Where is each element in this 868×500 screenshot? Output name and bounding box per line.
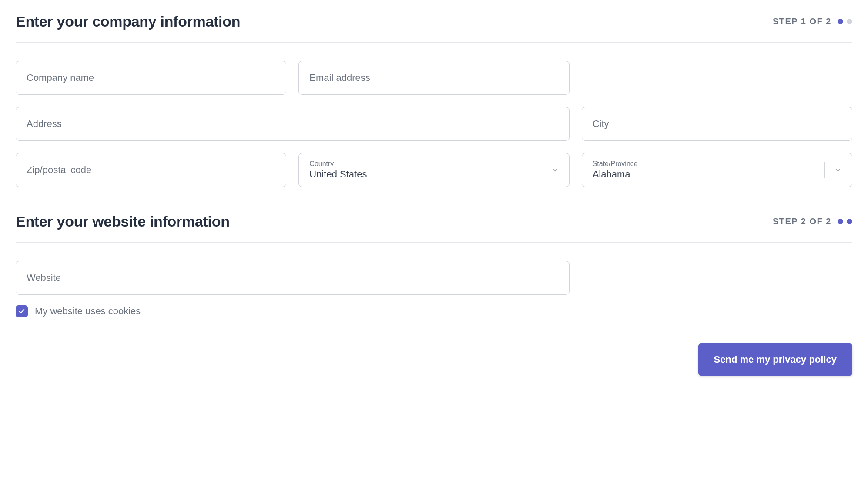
spacer — [582, 61, 852, 95]
email-input[interactable] — [298, 61, 569, 95]
state-value: Alabama — [593, 169, 841, 180]
cookies-checkbox-label: My website uses cookies — [35, 306, 141, 317]
step-dots — [838, 19, 852, 24]
country-label: Country — [309, 160, 558, 168]
website-input[interactable] — [16, 261, 570, 295]
step-indicator: STEP 1 OF 2 — [773, 17, 852, 27]
address-wrapper — [16, 107, 570, 141]
country-value: United States — [309, 169, 558, 180]
address-input[interactable] — [16, 107, 570, 141]
state-select[interactable]: State/Province Alabama — [582, 153, 852, 187]
email-wrapper — [298, 61, 569, 95]
step-dot-1 — [838, 219, 843, 224]
step-dots — [838, 219, 852, 224]
form-grid — [16, 261, 852, 295]
website-info-section: Enter your website information STEP 2 OF… — [16, 213, 852, 376]
zip-input[interactable] — [16, 153, 286, 187]
company-info-section: Enter your company information STEP 1 OF… — [16, 13, 852, 187]
form-grid: Country United States State/Province Ala… — [16, 61, 852, 187]
zip-wrapper — [16, 153, 286, 187]
step-dot-2 — [847, 219, 852, 224]
step-indicator: STEP 2 OF 2 — [773, 217, 852, 227]
company-name-input[interactable] — [16, 61, 286, 95]
step-dot-1 — [838, 19, 843, 24]
select-divider — [824, 162, 825, 178]
state-label: State/Province — [593, 160, 841, 168]
city-wrapper — [582, 107, 852, 141]
country-select[interactable]: Country United States — [298, 153, 569, 187]
submit-button[interactable]: Send me my privacy policy — [698, 343, 852, 376]
check-icon — [18, 307, 26, 315]
step-dot-2 — [847, 19, 852, 24]
cookies-checkbox-row: My website uses cookies — [16, 305, 852, 317]
chevron-down-icon — [551, 166, 560, 174]
chevron-down-icon — [834, 166, 842, 174]
step-label: STEP 1 OF 2 — [773, 17, 831, 27]
select-divider — [542, 162, 542, 178]
section-title: Enter your company information — [16, 13, 240, 30]
submit-row: Send me my privacy policy — [16, 343, 852, 376]
section-title: Enter your website information — [16, 213, 230, 230]
section-header: Enter your website information STEP 2 OF… — [16, 213, 852, 243]
city-input[interactable] — [582, 107, 852, 141]
cookies-checkbox[interactable] — [16, 305, 28, 317]
section-header: Enter your company information STEP 1 OF… — [16, 13, 852, 43]
company-name-wrapper — [16, 61, 286, 95]
step-label: STEP 2 OF 2 — [773, 217, 831, 227]
website-wrapper — [16, 261, 570, 295]
